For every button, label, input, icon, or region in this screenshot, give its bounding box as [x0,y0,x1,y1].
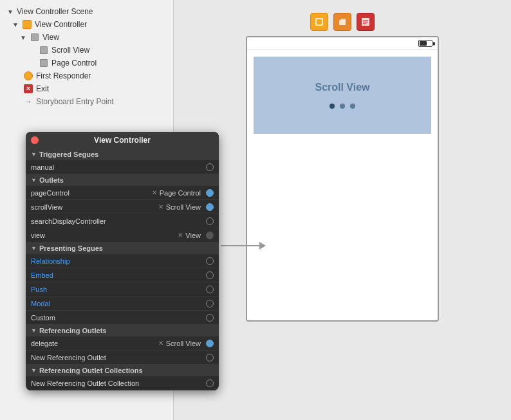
outline-view-controller[interactable]: ▼ View Controller [0,18,173,31]
page-dots [330,104,355,109]
view-expand-arrow: ▼ [18,32,28,42]
conn-row-new-ref: New Referencing Outlet [26,351,219,365]
outline-page-control-label: Page Control [51,59,97,68]
page-dot-1 [330,104,335,109]
section-ref-collections: ▼ Referencing Outlet Collections [26,365,219,376]
conn-pagecontrol-x: ✕ [152,189,157,196]
conn-view-circle[interactable] [206,232,214,239]
conn-row-relationship: Relationship [26,254,219,268]
phone-frame: Scroll View [246,36,439,322]
outline-exit[interactable]: ✕ Exit [0,82,173,95]
conn-new-ref-collection-label: New Referencing Outlet Collection [31,379,206,387]
svg-rect-1 [317,19,322,24]
exit-icon: ✕ [23,84,33,94]
conn-row-custom: Custom [26,311,219,325]
outline-scroll-view[interactable]: Scroll View [0,44,173,57]
scroll-view-spacer [26,45,36,55]
page-control-icon [39,58,49,68]
section-referencing-outlets: ▼ Referencing Outlets [26,325,219,336]
conn-new-ref-label: New Referencing Outlet [31,354,206,361]
conn-push-label: Push [31,286,206,293]
scene-title-label: View Controller Scene [17,7,93,16]
conn-delegate-label: delegate [31,340,158,347]
connections-panel: View Controller ▼ Triggered Segues manua… [26,132,219,390]
entry-spacer [10,96,21,107]
conn-modal-circle[interactable] [206,300,214,307]
triggered-segues-triangle: ▼ [31,151,37,158]
conn-view-value: View [185,232,201,239]
conn-row-embed: Embed [26,268,219,282]
view-icon [30,32,40,42]
svg-rect-7 [363,23,366,24]
entry-arrow-icon: → [23,96,33,107]
conn-delegate-circle[interactable] [206,340,214,347]
page-dot-2 [340,104,345,109]
outline-storyboard-entry[interactable]: → Storyboard Entry Point [0,95,173,108]
battery-fill [420,41,427,46]
outlets-triangle: ▼ [31,177,37,183]
panel-title: View Controller [94,136,151,145]
outline-view-label: View [42,33,59,42]
section-triggered-segues: ▼ Triggered Segues [26,149,219,160]
triggered-segues-label: Triggered Segues [39,151,98,158]
conn-manual-circle[interactable] [206,163,214,171]
first-responder-spacer [10,71,21,81]
outline-view[interactable]: ▼ View [0,31,173,44]
conn-scrollview-label: scrollView [31,203,158,211]
conn-pagecontrol-label: pageControl [31,189,152,197]
referencing-outlets-label: Referencing Outlets [39,327,107,334]
presenting-segues-label: Presenting Segues [39,244,103,252]
conn-searchdisplay-label: searchDisplayController [31,217,206,225]
outline-entry-label: Storyboard Entry Point [36,97,114,106]
resize-handle[interactable]: ⋱ [210,382,216,389]
conn-searchdisplay-circle[interactable] [206,217,214,225]
svg-rect-6 [363,22,368,23]
section-outlets: ▼ Outlets [26,174,219,186]
conn-modal-label: Modal [31,300,206,307]
conn-pagecontrol-circle[interactable] [206,189,214,197]
conn-embed-circle[interactable] [206,271,214,279]
conn-row-manual: manual [26,160,219,174]
conn-scrollview-x: ✕ [158,203,163,210]
presenting-triangle: ▼ [31,245,37,251]
scroll-view-content: Scroll View [254,57,431,134]
arrow-head [259,242,266,250]
scroll-view-title: Scroll View [315,82,369,93]
conn-scrollview-circle[interactable] [206,203,214,211]
outline-page-control[interactable]: Page Control [0,57,173,69]
scene-title: ▼ View Controller Scene [0,5,173,18]
conn-custom-label: Custom [31,314,206,322]
toolbar-icons [246,13,439,31]
toolbar-cube-icon[interactable] [333,13,351,31]
conn-push-circle[interactable] [206,286,214,293]
iphone-container: Scroll View [246,13,439,322]
canvas-area: Scroll View [174,0,511,420]
toolbar-storyboard-icon[interactable] [357,13,375,31]
conn-row-view: view ✕ View [26,228,219,242]
connection-arrow [221,242,266,250]
toolbar-vc-icon[interactable] [310,13,328,31]
svg-rect-2 [339,20,346,25]
section-presenting-segues: ▼ Presenting Segues [26,242,219,254]
exit-spacer [10,84,21,94]
phone-status-bar [247,37,438,50]
battery-icon [418,40,432,47]
outline-vc-label: View Controller [35,20,87,29]
conn-manual-label: manual [31,163,206,171]
outline-first-responder-label: First Responder [36,71,91,80]
ref-collections-label: Referencing Outlet Collections [39,367,143,374]
conn-new-ref-circle[interactable] [206,354,214,361]
conn-relationship-circle[interactable] [206,257,214,265]
referencing-triangle: ▼ [31,327,37,334]
conn-pagecontrol-value: Page Control [160,189,201,197]
panel-close-button[interactable] [31,136,39,144]
vc-expand-arrow: ▼ [10,19,21,30]
outline-exit-label: Exit [36,84,49,93]
svg-rect-3 [340,19,346,21]
outline-first-responder[interactable]: First Responder [0,69,173,82]
scroll-view-icon [39,45,49,55]
conn-row-page-control: pageControl ✕ Page Control [26,186,219,200]
conn-row-push: Push [26,282,219,297]
panel-title-bar: View Controller [26,132,219,149]
conn-custom-circle[interactable] [206,314,214,322]
